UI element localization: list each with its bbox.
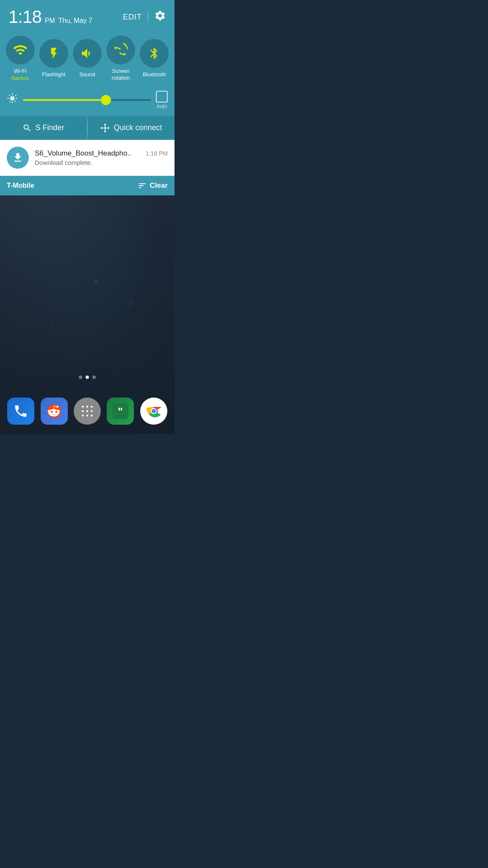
date-display: Thu, May 7 xyxy=(58,17,92,25)
notification-panel: 1:18 PM Thu, May 7 EDIT Wi-Fi Nachos xyxy=(0,0,175,195)
notification-time: 1:18 PM xyxy=(146,150,168,157)
toggle-sound-label: Sound xyxy=(79,71,95,78)
toggle-wifi-sublabel: Nachos xyxy=(11,75,29,81)
clock-ampm: PM xyxy=(45,17,55,25)
auto-brightness-button[interactable]: Auto xyxy=(156,91,168,109)
toggle-bluetooth-circle xyxy=(140,39,169,68)
toggle-wifi-label: Wi-Fi xyxy=(14,68,26,75)
auto-brightness-icon xyxy=(156,91,168,103)
toggle-bluetooth[interactable]: Bluetooth xyxy=(140,39,169,78)
quick-toggles: Wi-Fi Nachos Flashlight Sound xyxy=(0,31,175,87)
time-area: 1:18 PM Thu, May 7 xyxy=(8,7,92,27)
s-finder-button[interactable]: S Finder xyxy=(0,117,87,139)
toggle-flashlight[interactable]: Flashlight xyxy=(39,39,68,78)
svg-point-2 xyxy=(86,406,89,408)
svg-point-6 xyxy=(91,410,93,412)
auto-brightness-label: Auto xyxy=(157,103,167,109)
toggle-screen-rotation[interactable]: Screenrotation xyxy=(106,36,135,81)
clear-button[interactable]: Clear xyxy=(138,181,168,190)
page-dot-2 xyxy=(86,376,89,379)
edit-button[interactable]: EDIT xyxy=(123,13,142,22)
app-dock: " xyxy=(0,392,175,430)
clear-label: Clear xyxy=(150,181,168,190)
clock-time: 1:18 xyxy=(8,7,42,27)
header-actions: EDIT xyxy=(123,10,166,25)
notification-item[interactable]: S6_Volume_Boost_Headpho.. 1:18 PM Downlo… xyxy=(0,140,175,176)
status-bar-header: 1:18 PM Thu, May 7 EDIT xyxy=(0,0,175,31)
brightness-thumb[interactable] xyxy=(101,95,111,105)
quick-connect-label: Quick connect xyxy=(114,123,162,132)
page-dot-3 xyxy=(92,376,96,379)
svg-point-4 xyxy=(82,410,84,412)
dock-phone-icon[interactable] xyxy=(7,398,34,425)
search-bar: S Finder Quick connect xyxy=(0,116,175,140)
notification-icon-circle xyxy=(7,147,29,169)
svg-point-15 xyxy=(152,409,156,413)
wallpaper-area: " xyxy=(0,195,175,434)
svg-point-1 xyxy=(82,406,84,408)
dock-chrome-icon[interactable] xyxy=(140,398,167,425)
page-indicators xyxy=(0,376,175,379)
brightness-fill xyxy=(23,99,106,101)
toggle-flashlight-circle xyxy=(39,39,68,68)
s-finder-label: S Finder xyxy=(35,123,64,132)
toggle-rotation-label: Screenrotation xyxy=(111,68,130,81)
quick-connect-button[interactable]: Quick connect xyxy=(88,116,175,140)
toggle-wifi-circle xyxy=(6,36,35,64)
svg-point-3 xyxy=(91,406,93,408)
toggle-rotation-circle xyxy=(106,36,135,64)
notification-title: S6_Volume_Boost_Headpho.. xyxy=(35,149,131,158)
brightness-row: Auto xyxy=(0,87,175,116)
notification-title-row: S6_Volume_Boost_Headpho.. 1:18 PM xyxy=(35,149,168,158)
dock-reddit-icon[interactable] xyxy=(41,398,68,425)
header-divider xyxy=(148,12,148,22)
carrier-label: T-Mobile xyxy=(7,182,34,189)
toggle-sound-circle xyxy=(73,39,102,68)
svg-point-8 xyxy=(86,415,89,417)
svg-text:": " xyxy=(118,406,123,417)
svg-point-7 xyxy=(82,415,84,417)
toggle-bluetooth-label: Bluetooth xyxy=(143,71,166,78)
footer-bar: T-Mobile Clear xyxy=(0,176,175,195)
dock-apps-icon[interactable] xyxy=(74,398,101,425)
notification-content: S6_Volume_Boost_Headpho.. 1:18 PM Downlo… xyxy=(35,149,168,166)
page-dot-1 xyxy=(79,376,82,379)
brightness-icon xyxy=(7,93,18,107)
svg-point-9 xyxy=(91,415,93,417)
toggle-wifi[interactable]: Wi-Fi Nachos xyxy=(6,36,35,81)
toggle-flashlight-label: Flashlight xyxy=(42,71,66,78)
brightness-slider[interactable] xyxy=(23,99,151,101)
dock-google-icon[interactable]: " xyxy=(107,398,134,425)
toggle-sound[interactable]: Sound xyxy=(73,39,102,78)
notification-body: Download complete. xyxy=(35,159,168,166)
settings-icon[interactable] xyxy=(154,10,166,25)
svg-point-5 xyxy=(86,410,89,412)
